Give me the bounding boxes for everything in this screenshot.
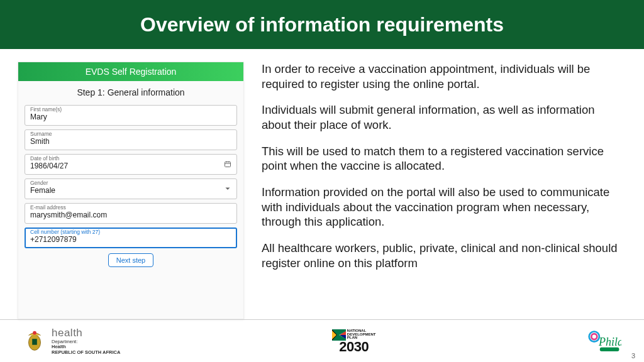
gender-value: Female — [30, 186, 231, 196]
email-field[interactable]: E-mail address marysmith@email.com — [25, 203, 237, 224]
dob-value: 1986/04/27 — [30, 162, 231, 172]
surname-value: Smith — [30, 137, 231, 147]
cell-number-field[interactable]: Cell number (starting with 27) +27120978… — [25, 228, 237, 248]
coat-of-arms-icon — [23, 329, 47, 353]
phila-logo: Phila — [587, 329, 621, 354]
svg-point-5 — [33, 331, 36, 334]
health-logo: health Department: Health REPUBLIC OF SO… — [23, 327, 120, 356]
footer: health Department: Health REPUBLIC OF SO… — [0, 319, 644, 362]
ndp-logo: NATIONAL DEVELOPMENT PLAN 2030 — [332, 329, 376, 353]
chevron-down-icon[interactable] — [224, 185, 231, 192]
title-bar: Overview of information requirements — [0, 0, 644, 49]
gender-field[interactable]: Gender Female — [25, 178, 237, 199]
ndp-year: 2030 — [339, 341, 369, 353]
slide-body: EVDS Self Registration Step 1: General i… — [0, 49, 644, 319]
svg-point-10 — [591, 334, 597, 339]
svg-rect-12 — [600, 347, 619, 351]
email-label: E-mail address — [30, 205, 231, 211]
surname-field[interactable]: Surname Smith — [25, 129, 237, 150]
page-number: 3 — [631, 352, 635, 359]
dob-field[interactable]: Date of birth 1986/04/27 — [25, 154, 237, 175]
svg-text:Phila: Phila — [598, 336, 621, 348]
next-step-wrap: Next step — [18, 253, 243, 267]
paragraph: Information provided on the portal will … — [262, 185, 626, 229]
form-step-title: Step 1: General information — [18, 81, 243, 101]
health-text: health Department: Health REPUBLIC OF SO… — [52, 327, 120, 356]
cell-number-label: Cell number (starting with 27) — [30, 229, 231, 235]
form-header: EVDS Self Registration — [18, 62, 243, 81]
slide-title: Overview of information requirements — [140, 13, 504, 36]
cell-number-value: +2712097879 — [30, 235, 231, 245]
svg-rect-6 — [32, 339, 37, 345]
paragraph: All healthcare workers, public, private,… — [262, 241, 626, 270]
first-name-value: Mary — [30, 112, 231, 123]
description-column: In order to receive a vaccination appoin… — [262, 62, 626, 319]
paragraph: This will be used to match them to a reg… — [262, 144, 626, 173]
dob-label: Date of birth — [30, 156, 231, 162]
calendar-icon[interactable] — [224, 160, 231, 168]
first-name-label: First name(s) — [30, 107, 231, 112]
paragraph: Individuals will submit general informat… — [262, 102, 626, 132]
paragraph: In order to receive a vaccination appoin… — [262, 62, 626, 91]
registration-form: EVDS Self Registration Step 1: General i… — [18, 62, 244, 319]
svg-rect-0 — [225, 162, 231, 167]
email-value: marysmith@email.com — [30, 211, 231, 221]
health-dept-line3: REPUBLIC OF SOUTH AFRICA — [52, 350, 120, 356]
gender-label: Gender — [30, 180, 231, 186]
health-word: health — [52, 327, 120, 339]
surname-label: Surname — [30, 131, 231, 137]
slide: Overview of information requirements EVD… — [0, 0, 644, 362]
next-step-button[interactable]: Next step — [108, 253, 153, 267]
first-name-field[interactable]: First name(s) Mary — [25, 105, 237, 126]
